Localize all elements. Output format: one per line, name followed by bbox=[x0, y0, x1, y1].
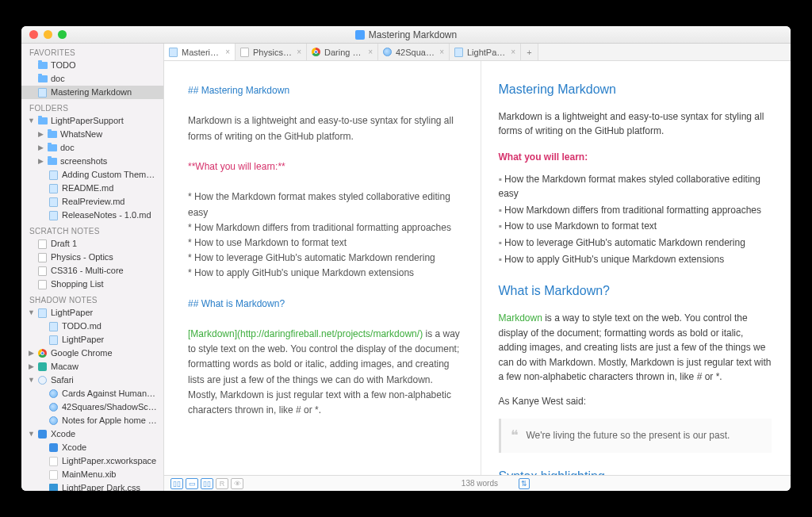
tab-add-button[interactable]: + bbox=[521, 44, 538, 60]
sidebar-section-shadow: SHADOW NOTES bbox=[21, 291, 163, 306]
tab-daring[interactable]: Daring Fir...× bbox=[307, 44, 378, 60]
sidebar-item-doc2[interactable]: ▶doc bbox=[21, 141, 163, 155]
preview-heading: What is Markdown? bbox=[499, 281, 772, 301]
sidebar-item-safari[interactable]: ▼Safari bbox=[21, 373, 163, 387]
sidebar-item-42squares[interactable]: 42Squares/ShadowScripts · GitHub bbox=[21, 400, 163, 414]
preview-pane[interactable]: Mastering Markdown Markdown is a lightwe… bbox=[481, 61, 791, 475]
sidebar-item-shopping[interactable]: Shopping List bbox=[21, 278, 163, 291]
list-item: How to use Markdown to format text bbox=[499, 218, 772, 235]
sidebar-item-xcode[interactable]: ▼Xcode bbox=[21, 427, 163, 441]
list-item: How the Markdown format makes styled col… bbox=[499, 171, 772, 202]
blockquote: ❝We're living the future so the present … bbox=[499, 419, 772, 454]
sidebar-section-folders: FOLDERS bbox=[21, 99, 163, 114]
preview-list: How the Markdown format makes styled col… bbox=[499, 171, 772, 268]
preview-text: Markdown is a lightweight and easy-to-us… bbox=[499, 109, 772, 139]
sidebar-item-draft1[interactable]: Draft 1 bbox=[21, 237, 163, 251]
chevron-right-icon: ▶ bbox=[37, 128, 44, 140]
chevron-down-icon: ▼ bbox=[28, 374, 34, 386]
list-item: How to apply GitHub's unique Markdown ex… bbox=[499, 251, 772, 268]
chevron-down-icon: ▼ bbox=[28, 115, 34, 127]
chevron-right-icon: ▶ bbox=[28, 361, 34, 373]
sidebar-item-readme[interactable]: README.md bbox=[21, 182, 163, 195]
sidebar-item-lightpaper[interactable]: ▼LightPaper bbox=[21, 306, 163, 320]
sidebar-item-chrome[interactable]: ▶Google Chrome bbox=[21, 347, 163, 360]
layout-toggle-button[interactable]: ▭ bbox=[186, 478, 198, 489]
sidebar-section-scratch: SCRATCH NOTES bbox=[21, 222, 163, 237]
editor-bullet: * How Markdown differs from traditional … bbox=[188, 220, 462, 236]
sidebar-item-darkcss[interactable]: LightPaper Dark.css bbox=[21, 481, 163, 491]
sidebar-item-mainmenu[interactable]: MainMenu.xib bbox=[21, 468, 163, 481]
sidebar-item-todo[interactable]: TODO bbox=[21, 59, 163, 72]
preview-text: Markdown is a way to style text on the w… bbox=[499, 311, 772, 385]
editor-text: [Markdown](http://daringfireball.net/pro… bbox=[188, 327, 462, 418]
sidebar-item-lightpapersupport[interactable]: ▼LightPaperSupport bbox=[21, 114, 163, 128]
editor-bold: **What you will learn:** bbox=[188, 159, 462, 174]
eye-icon[interactable]: 👁 bbox=[231, 478, 243, 489]
sidebar-item-physics[interactable]: Physics - Optics bbox=[21, 251, 163, 264]
sidebar-item-adding-themes[interactable]: Adding Custom Themes.md bbox=[21, 168, 163, 182]
editor-bullet: * How to apply GitHub's unique Markdown … bbox=[188, 266, 462, 281]
sidebar[interactable]: FAVORITES TODO doc Mastering Markdown FO… bbox=[21, 44, 164, 491]
preview-heading: Mastering Markdown bbox=[499, 80, 772, 100]
preview-subhead: What you will learn: bbox=[499, 150, 772, 165]
sidebar-item-mastering-markdown[interactable]: Mastering Markdown bbox=[21, 86, 163, 99]
sidebar-item-screenshots[interactable]: ▶screenshots bbox=[21, 155, 163, 168]
sidebar-item-realpreview[interactable]: RealPreview.md bbox=[21, 195, 163, 209]
editor-heading: ## What is Markdown? bbox=[188, 297, 462, 312]
close-icon: × bbox=[225, 48, 230, 56]
chevron-right-icon: ▶ bbox=[28, 347, 34, 359]
editor-bullet: * How to leverage GitHub's automatic Mar… bbox=[188, 251, 462, 266]
tab-mastering[interactable]: Mastering Mar...× bbox=[164, 44, 236, 60]
close-icon: × bbox=[297, 48, 301, 56]
chevron-right-icon: ▶ bbox=[37, 142, 44, 154]
title-text: Mastering Markdown bbox=[369, 29, 457, 40]
chevron-down-icon: ▼ bbox=[28, 307, 34, 319]
minimize-icon[interactable] bbox=[44, 30, 52, 39]
doc-icon bbox=[355, 30, 365, 40]
tabstrip: Mastering Mar...× Physics -...× Daring F… bbox=[164, 44, 791, 61]
close-icon: × bbox=[439, 48, 444, 56]
editor-text: Markdown is a lightweight and easy-to-us… bbox=[188, 113, 462, 144]
close-icon: × bbox=[368, 48, 373, 56]
tab-physics[interactable]: Physics -...× bbox=[236, 44, 307, 60]
sidebar-item-macaw[interactable]: ▶Macaw bbox=[21, 360, 163, 373]
editor-heading: ## Mastering Markdown bbox=[188, 83, 462, 98]
close-icon[interactable] bbox=[29, 30, 38, 39]
preview-heading: Syntax highlighting bbox=[499, 467, 772, 475]
close-icon: × bbox=[511, 48, 515, 56]
window-title: Mastering Markdown bbox=[21, 29, 791, 40]
sidebar-item-lightpaper2[interactable]: LightPaper bbox=[21, 333, 163, 347]
sidebar-item-apple-notes[interactable]: Notes for Apple home page bbox=[21, 414, 163, 427]
chevron-right-icon: ▶ bbox=[37, 155, 44, 167]
zoom-icon[interactable] bbox=[58, 30, 67, 39]
editor-pane[interactable]: ## Mastering Markdown Markdown is a ligh… bbox=[164, 61, 481, 475]
statusbar: ▯▯ ▭ ▯▯ R 👁 138 words ⇅ bbox=[164, 475, 791, 491]
word-count: 138 words bbox=[462, 479, 504, 488]
chevron-down-icon: ▼ bbox=[28, 428, 34, 440]
list-item: How Markdown differs from traditional fo… bbox=[499, 202, 772, 219]
sidebar-item-whatsnew[interactable]: ▶WhatsNew bbox=[21, 128, 163, 141]
sidebar-section-favorites: FAVORITES bbox=[21, 44, 163, 59]
window-controls bbox=[21, 30, 67, 39]
sidebar-item-todomd[interactable]: TODO.md bbox=[21, 320, 163, 333]
sidebar-item-workspace[interactable]: LightPaper.xcworkspace bbox=[21, 454, 163, 468]
tab-42square[interactable]: 42Square...× bbox=[378, 44, 450, 60]
list-item: How to leverage GitHub's automatic Markd… bbox=[499, 235, 772, 251]
editor-bullet: * How to use Markdown to format text bbox=[188, 236, 462, 251]
layout-toggle-button[interactable]: ▯▯ bbox=[201, 478, 213, 489]
markdown-link[interactable]: Markdown bbox=[499, 312, 542, 324]
sync-scroll-button[interactable]: ⇅ bbox=[519, 478, 530, 489]
sidebar-item-cards[interactable]: Cards Against Humanity is pretty... bbox=[21, 387, 163, 400]
editor-bullet: * How the Markdown format makes styled c… bbox=[188, 190, 462, 220]
tab-lightpaper[interactable]: LightPaper× bbox=[450, 44, 521, 60]
layout-toggle-button[interactable]: ▯▯ bbox=[170, 478, 183, 489]
sidebar-item-releasenotes[interactable]: ReleaseNotes - 1.0.md bbox=[21, 209, 163, 222]
quote-icon: ❝ bbox=[511, 425, 519, 447]
sidebar-item-doc[interactable]: doc bbox=[21, 72, 163, 86]
sidebar-item-xcode2[interactable]: Xcode bbox=[21, 441, 163, 454]
titlebar: Mastering Markdown bbox=[21, 26, 791, 44]
raw-toggle-button[interactable]: R bbox=[216, 478, 228, 489]
sidebar-item-cs316[interactable]: CS316 - Multi-core bbox=[21, 264, 163, 278]
app-window: Mastering Markdown FAVORITES TODO doc Ma… bbox=[21, 26, 791, 491]
preview-text: As Kanye West said: bbox=[499, 394, 772, 409]
